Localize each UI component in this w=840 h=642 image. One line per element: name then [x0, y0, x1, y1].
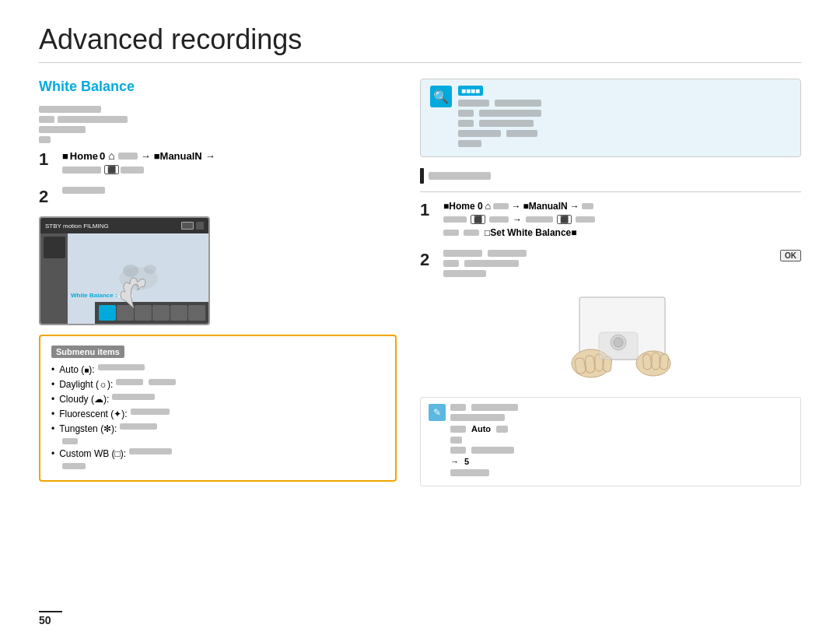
submenu-item-tungsten: • Tungsten (✻):	[51, 423, 384, 434]
note-content: Auto → 5	[450, 404, 793, 479]
home-icon-inline: ⌂	[108, 149, 114, 162]
camera-hand-area	[420, 289, 801, 391]
submenu-box: Submenu items • Auto (■): • Daylight (☼)…	[39, 335, 397, 482]
right-step-1-block: 1 ■Home 0 ⌂ → ■ManualN → ⬛	[420, 200, 801, 240]
note-line-4	[450, 437, 793, 444]
submenu-label-cloudy: Cloudy (☁):	[59, 394, 109, 405]
camera-screen: STBY motion FILMING	[39, 216, 210, 325]
cam-icon-4	[152, 305, 170, 321]
info-highlight-line: ■■■■	[458, 86, 791, 96]
sub-section-header	[420, 168, 801, 184]
submenu-label-fluorescent: Fluorescent (✦):	[59, 409, 127, 419]
note-line-7	[450, 469, 793, 476]
set-wb-label: □Set White Balance■	[485, 227, 577, 238]
submenu-item-auto: • Auto (■):	[51, 364, 384, 375]
step-1-content: ■Home 0 ⌂ → ■ManualN → ⬛	[62, 149, 397, 177]
step2-line	[62, 187, 397, 194]
right-step-1-instruction: ■Home 0 ⌂ → ■ManualN →	[443, 200, 801, 212]
fluorescent-desc-blurred	[131, 409, 170, 415]
note-number: 5	[464, 457, 469, 466]
bullet-cloudy: •	[51, 394, 54, 405]
bullet-daylight: •	[51, 379, 54, 390]
info-line-4	[458, 130, 791, 137]
tungsten-extra-line	[62, 438, 384, 444]
submenu-label-tungsten: Tungsten (✻):	[59, 423, 117, 434]
cam-wb-icon	[99, 305, 116, 321]
r-arrow3: →	[513, 214, 522, 225]
info-line-1	[458, 100, 791, 107]
intro-line-1	[39, 106, 397, 113]
arrow-5-icon: →	[450, 457, 459, 466]
bullet-customwb: •	[51, 448, 54, 459]
page-number: 50	[39, 611, 62, 626]
arrow-1: →	[141, 150, 151, 162]
sub-section-blurred	[429, 169, 801, 183]
note-icon: ✎	[429, 404, 446, 421]
camera-main-area: White Balance : Auto	[68, 233, 208, 324]
r-home-icon: ⌂	[485, 200, 492, 212]
r-arrow2: →	[570, 201, 579, 212]
title-divider	[39, 62, 801, 63]
manual-label: ■ManualN	[154, 150, 202, 162]
search-icon-box: 🔍	[430, 86, 452, 107]
right-step-1-content: ■Home 0 ⌂ → ■ManualN → ⬛ → ⬛	[443, 200, 801, 240]
right-step-1-line2: ⬛ → ⬛	[443, 214, 801, 225]
submenu-item-daylight: • Daylight (☼):	[51, 379, 384, 390]
r-arrow1: →	[511, 201, 520, 212]
bullet-fluorescent: •	[51, 409, 54, 419]
submenu-item-fluorescent: • Fluorescent (✦):	[51, 409, 384, 419]
home-button-label: ■Home 0	[62, 150, 105, 162]
info-line-5	[458, 140, 791, 147]
cam-btn-icon-2: ⬛	[557, 215, 572, 224]
cloudy-desc-blurred	[112, 394, 155, 400]
tungsten-desc-blurred	[120, 423, 157, 430]
signal-icon	[196, 222, 204, 230]
blurred-word	[62, 438, 78, 444]
daylight-desc-blurred2	[149, 379, 176, 385]
cam-btn-icon: ⬛	[471, 215, 485, 224]
submenu-item-customwb: • Custom WB (□):	[51, 448, 384, 459]
camera-top-text: STBY motion FILMING	[45, 223, 109, 230]
blurred-word	[39, 136, 51, 143]
step-2-number: 2	[39, 187, 54, 207]
camera-left-bar	[40, 233, 68, 324]
info-line-2	[458, 110, 791, 117]
intro-line-4	[39, 136, 397, 143]
arrow-2: →	[205, 150, 215, 162]
submenu-label-customwb: Custom WB (□):	[59, 448, 126, 459]
blurred-word	[118, 153, 138, 160]
step-1-instruction: ■Home 0 ⌂ → ■ManualN →	[62, 149, 397, 162]
auto-desc-blurred	[98, 364, 145, 370]
step2-line1	[443, 250, 527, 257]
info-blurred-content: ■■■■	[458, 86, 791, 150]
cam-icon-1	[44, 237, 65, 258]
finger-pointer-icon	[114, 273, 153, 308]
camera-screen-body: White Balance : Auto	[40, 233, 208, 324]
search-icon: 🔍	[433, 89, 449, 104]
left-column: White Balance 1 ■Home	[39, 79, 397, 486]
info-box: 🔍 ■■■■	[420, 79, 801, 157]
r-home-label: ■Home 0	[443, 201, 483, 212]
note-line-5	[450, 447, 793, 454]
ok-button[interactable]: OK	[780, 250, 801, 261]
intro-line-3	[39, 126, 397, 133]
r-manual-label: ■ManualN	[523, 201, 567, 212]
note-line-3: Auto	[450, 424, 793, 433]
step2-row: OK	[443, 250, 801, 280]
right-step-2-content: OK	[443, 250, 801, 280]
black-accent-bar	[420, 168, 424, 184]
camera-hand-illustration	[533, 289, 688, 391]
cam-icon-5	[170, 305, 187, 321]
right-step-1-number: 1	[420, 200, 436, 240]
cam-icon-6	[188, 305, 205, 321]
battery-icon	[181, 222, 194, 230]
intro-line-2	[39, 116, 397, 123]
right-step-1-setwb: □Set White Balance■	[443, 227, 801, 238]
right-column: 🔍 ■■■■	[420, 79, 801, 486]
step1-sub-line: ⬛	[62, 165, 397, 174]
step-2-block: 2	[39, 187, 397, 207]
bullet-tungsten: •	[51, 423, 54, 434]
note-box: ✎ Auto	[420, 397, 801, 486]
info-line-3	[458, 120, 791, 127]
section-title-white-balance: White Balance	[39, 79, 397, 95]
